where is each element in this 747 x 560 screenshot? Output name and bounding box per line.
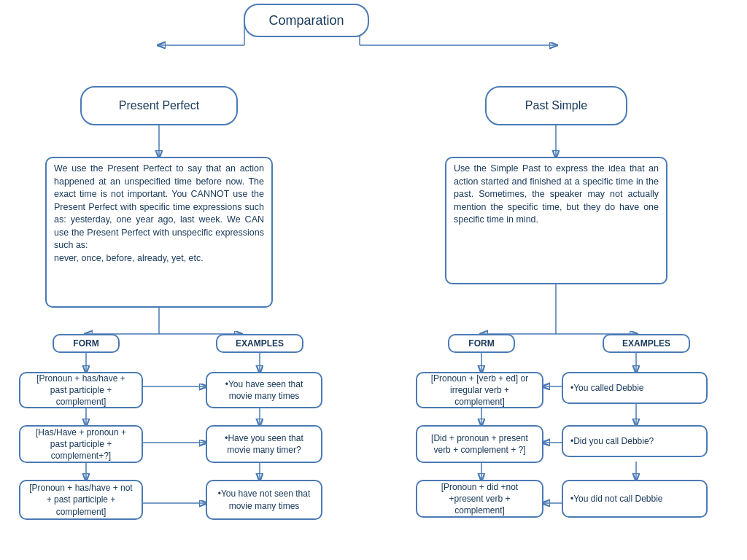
left-form-2-text: [Has/Have + pronoun + past participle + …: [28, 427, 134, 462]
left-heading-text: Present Perfect: [119, 98, 199, 114]
right-heading-box: Past Simple: [485, 86, 627, 125]
left-form-2: [Has/Have + pronoun + past participle + …: [19, 425, 143, 463]
right-examples-label: EXAMPLES: [603, 334, 690, 353]
right-form-3-text: [Pronoun + did +not +present verb + comp…: [425, 481, 535, 517]
left-heading-box: Present Perfect: [80, 86, 238, 125]
diagram: Comparation Present Perfect Past Simple …: [0, 0, 747, 560]
left-example-3-text: •You have not seen that movie many times: [214, 488, 314, 511]
left-example-2-text: •Have you seen that movie many timer?: [214, 432, 314, 456]
right-form-label: FORM: [448, 334, 515, 353]
left-form-3: [Pronoun + has/have + not + past partici…: [19, 480, 143, 520]
left-desc-text: We use the Present Perfect to say that a…: [54, 163, 264, 263]
left-form-1-text: [Pronoun + has/have + past participle + …: [28, 373, 134, 408]
right-form-1: [Pronoun + [verb + ed] or irregular verb…: [416, 372, 543, 408]
right-desc-text: Use the Simple Past to express the idea …: [454, 163, 659, 225]
right-example-3-text: •You did not call Debbie: [570, 493, 663, 505]
right-desc-box: Use the Simple Past to express the idea …: [445, 157, 667, 284]
right-example-2: •Did you call Debbie?: [562, 425, 708, 457]
right-example-1-text: •You called Debbie: [570, 382, 644, 394]
title-text: Comparation: [268, 12, 344, 29]
right-heading-text: Past Simple: [525, 98, 587, 114]
left-example-1: •You have seen that movie many times: [206, 372, 322, 408]
right-example-1: •You called Debbie: [562, 372, 708, 404]
right-form-1-text: [Pronoun + [verb + ed] or irregular verb…: [425, 373, 535, 408]
left-example-2: •Have you seen that movie many timer?: [206, 425, 322, 463]
right-form-2: [Did + pronoun + present verb + compleme…: [416, 425, 543, 463]
left-example-3: •You have not seen that movie many times: [206, 480, 322, 520]
left-form-1: [Pronoun + has/have + past participle + …: [19, 372, 143, 408]
right-form-3: [Pronoun + did +not +present verb + comp…: [416, 480, 543, 518]
left-desc-box: We use the Present Perfect to say that a…: [45, 157, 273, 308]
right-form-2-text: [Did + pronoun + present verb + compleme…: [425, 432, 535, 456]
title-box: Comparation: [244, 4, 369, 37]
left-form-label: FORM: [53, 334, 120, 353]
left-example-1-text: •You have seen that movie many times: [214, 378, 314, 402]
left-examples-label: EXAMPLES: [216, 334, 303, 353]
left-form-3-text: [Pronoun + has/have + not + past partici…: [28, 482, 134, 518]
right-example-3: •You did not call Debbie: [562, 480, 708, 518]
right-example-2-text: •Did you call Debbie?: [570, 435, 654, 447]
